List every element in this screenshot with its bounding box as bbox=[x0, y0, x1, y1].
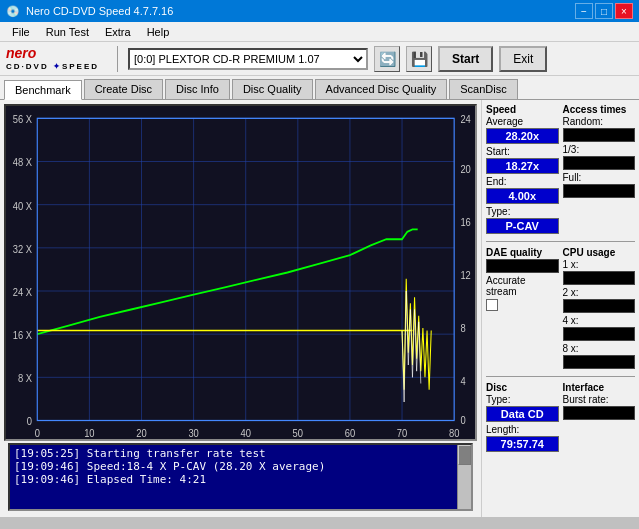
main-content: 56 X 48 X 40 X 32 X 24 X 16 X 8 X 0 24 2… bbox=[0, 100, 639, 517]
end-value: 4.00x bbox=[486, 188, 559, 204]
type-label: Type: bbox=[486, 206, 559, 217]
burst-label: Burst rate: bbox=[563, 394, 636, 405]
dae-title: DAE quality bbox=[486, 247, 559, 258]
svg-text:12: 12 bbox=[460, 269, 471, 281]
interface-label: Interface bbox=[563, 382, 636, 393]
menu-file[interactable]: File bbox=[4, 24, 38, 40]
chart-svg: 56 X 48 X 40 X 32 X 24 X 16 X 8 X 0 24 2… bbox=[6, 106, 475, 439]
svg-text:0: 0 bbox=[35, 427, 40, 439]
svg-text:60: 60 bbox=[345, 427, 356, 439]
svg-text:4: 4 bbox=[460, 375, 465, 387]
start-button[interactable]: Start bbox=[438, 46, 493, 72]
dae-value bbox=[486, 259, 559, 273]
speed-access-row: Speed Average 28.20x Start: 18.27x End: … bbox=[486, 104, 635, 236]
toolbar: nero CD·DVD ✦SPEED [0:0] PLEXTOR CD-R PR… bbox=[0, 42, 639, 76]
interface-column: Interface Burst rate: bbox=[563, 382, 636, 454]
cpu-column: CPU usage 1 x: 2 x: 4 x: 8 x: bbox=[563, 247, 636, 371]
toolbar-separator bbox=[117, 46, 118, 72]
svg-text:70: 70 bbox=[397, 427, 408, 439]
tab-advanced-disc-quality[interactable]: Advanced Disc Quality bbox=[315, 79, 448, 99]
svg-text:24: 24 bbox=[460, 114, 471, 126]
one-third-value bbox=[563, 156, 636, 170]
2x-value bbox=[563, 299, 636, 313]
end-label: End: bbox=[486, 176, 559, 187]
access-title: Access times bbox=[563, 104, 636, 115]
cpu-title: CPU usage bbox=[563, 247, 636, 258]
disc-interface-row: Disc Type: Data CD Length: 79:57.74 Inte… bbox=[486, 382, 635, 454]
menu-bar: File Run Test Extra Help bbox=[0, 22, 639, 42]
svg-text:20: 20 bbox=[136, 427, 147, 439]
tab-disc-quality[interactable]: Disc Quality bbox=[232, 79, 313, 99]
right-panel: Speed Average 28.20x Start: 18.27x End: … bbox=[481, 100, 639, 517]
close-button[interactable]: × bbox=[615, 3, 633, 19]
disc-type-value: Data CD bbox=[486, 406, 559, 422]
8x-label: 8 x: bbox=[563, 343, 636, 354]
menu-run-test[interactable]: Run Test bbox=[38, 24, 97, 40]
tab-disc-info[interactable]: Disc Info bbox=[165, 79, 230, 99]
divider-1 bbox=[486, 241, 635, 242]
svg-text:50: 50 bbox=[293, 427, 304, 439]
svg-text:48 X: 48 X bbox=[13, 157, 32, 169]
svg-text:40: 40 bbox=[240, 427, 251, 439]
average-value: 28.20x bbox=[486, 128, 559, 144]
svg-text:32 X: 32 X bbox=[13, 243, 32, 255]
tab-bar: Benchmark Create Disc Disc Info Disc Qua… bbox=[0, 76, 639, 100]
accurate-stream-label: Accurate stream bbox=[486, 275, 559, 297]
1x-value bbox=[563, 271, 636, 285]
disc-column: Disc Type: Data CD Length: 79:57.74 bbox=[486, 382, 559, 454]
average-label: Average bbox=[486, 116, 559, 127]
access-column: Access times Random: 1/3: Full: bbox=[563, 104, 636, 236]
title-bar-text: Nero CD-DVD Speed 4.7.7.16 bbox=[26, 5, 173, 17]
tab-create-disc[interactable]: Create Disc bbox=[84, 79, 163, 99]
svg-text:30: 30 bbox=[188, 427, 199, 439]
nero-logo: nero CD·DVD ✦SPEED bbox=[6, 46, 99, 70]
window-controls: − □ × bbox=[575, 3, 633, 19]
log-area[interactable]: [19:05:25] Starting transfer rate test [… bbox=[8, 443, 473, 511]
log-scrollbar[interactable] bbox=[457, 445, 471, 509]
svg-text:24 X: 24 X bbox=[13, 286, 32, 298]
maximize-button[interactable]: □ bbox=[595, 3, 613, 19]
svg-text:8: 8 bbox=[460, 322, 465, 334]
svg-text:16 X: 16 X bbox=[13, 329, 32, 341]
speed-title: Speed bbox=[486, 104, 559, 115]
divider-2 bbox=[486, 376, 635, 377]
accurate-stream-row bbox=[486, 299, 559, 311]
chart-container: 56 X 48 X 40 X 32 X 24 X 16 X 8 X 0 24 2… bbox=[4, 104, 477, 441]
start-value: 18.27x bbox=[486, 158, 559, 174]
minimize-button[interactable]: − bbox=[575, 3, 593, 19]
nero-text: nero bbox=[6, 46, 99, 61]
one-third-label: 1/3: bbox=[563, 144, 636, 155]
full-label: Full: bbox=[563, 172, 636, 183]
log-entry-0: [19:05:25] Starting transfer rate test bbox=[14, 447, 467, 460]
log-entry-1: [19:09:46] Speed:18-4 X P-CAV (28.20 X a… bbox=[14, 460, 467, 473]
2x-label: 2 x: bbox=[563, 287, 636, 298]
length-value: 79:57.74 bbox=[486, 436, 559, 452]
refresh-button[interactable]: 🔄 bbox=[374, 46, 400, 72]
menu-extra[interactable]: Extra bbox=[97, 24, 139, 40]
cd-dvd-speed-text: CD·DVD ✦SPEED bbox=[6, 62, 99, 71]
scrollbar-thumb[interactable] bbox=[458, 445, 471, 465]
svg-text:20: 20 bbox=[460, 163, 471, 175]
full-value bbox=[563, 184, 636, 198]
save-button[interactable]: 💾 bbox=[406, 46, 432, 72]
random-value bbox=[563, 128, 636, 142]
speed-column: Speed Average 28.20x Start: 18.27x End: … bbox=[486, 104, 559, 236]
accurate-stream-checkbox[interactable] bbox=[486, 299, 498, 311]
exit-button[interactable]: Exit bbox=[499, 46, 547, 72]
tab-benchmark[interactable]: Benchmark bbox=[4, 80, 82, 100]
4x-label: 4 x: bbox=[563, 315, 636, 326]
8x-value bbox=[563, 355, 636, 369]
length-label: Length: bbox=[486, 424, 559, 435]
disc-type-label: Type: bbox=[486, 394, 559, 405]
type-value: P-CAV bbox=[486, 218, 559, 234]
tab-scan-disc[interactable]: ScanDisc bbox=[449, 79, 517, 99]
menu-help[interactable]: Help bbox=[139, 24, 178, 40]
dae-column: DAE quality Accurate stream bbox=[486, 247, 559, 371]
svg-text:40 X: 40 X bbox=[13, 200, 32, 212]
svg-text:0: 0 bbox=[460, 414, 465, 426]
log-entry-2: [19:09:46] Elapsed Time: 4:21 bbox=[14, 473, 467, 486]
drive-selector[interactable]: [0:0] PLEXTOR CD-R PREMIUM 1.07 bbox=[128, 48, 368, 70]
svg-text:80: 80 bbox=[449, 427, 460, 439]
svg-text:16: 16 bbox=[460, 216, 471, 228]
svg-text:0: 0 bbox=[27, 416, 32, 428]
